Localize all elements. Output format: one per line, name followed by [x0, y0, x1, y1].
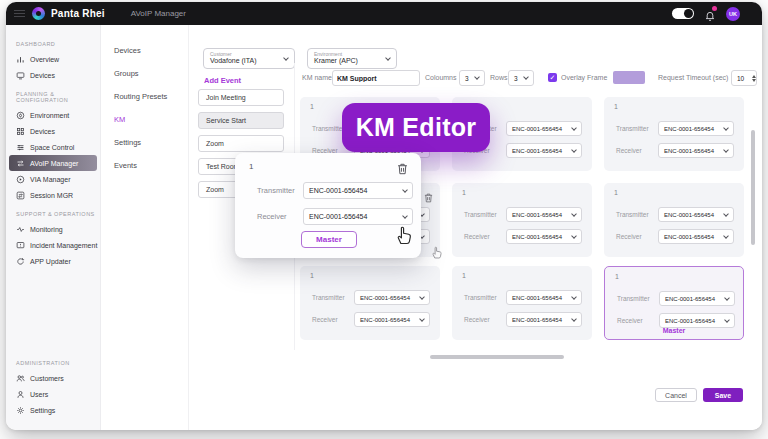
environment-select[interactable]: Environment Kramer (APC) — [307, 48, 397, 69]
rows-label: Rows — [490, 74, 508, 81]
receiver-value: ENC-0001-656454 — [664, 148, 714, 154]
menu-icon[interactable] — [14, 10, 25, 17]
receiver-select[interactable]: ENC-0001-656454 — [303, 208, 413, 225]
sidebar-item-devices-dashboard[interactable]: Devices — [6, 67, 100, 83]
event-button-join-meeting[interactable]: Join Meeting — [198, 89, 284, 106]
submenu-item-routing-presets[interactable]: Routing Presets — [102, 85, 188, 108]
sidebar-item-via-manager[interactable]: VIA Manager — [6, 171, 100, 187]
sidebar-item-label: Session MGR — [30, 192, 73, 199]
km-grid-cell-7: 1 Transmitter ENC-0001-656454 Receiver E… — [300, 266, 440, 340]
receiver-select[interactable]: ENC-0001-656454 — [354, 312, 430, 327]
receiver-select[interactable]: ENC-0001-656454 — [659, 313, 735, 328]
notification-dot — [712, 6, 717, 11]
transmitter-select[interactable]: ENC-0001-656454 — [303, 182, 413, 199]
master-button[interactable]: Master — [301, 231, 357, 248]
overlay-color-swatch[interactable] — [613, 71, 645, 84]
transmitter-value: ENC-0001-656454 — [512, 212, 562, 218]
transmitter-select[interactable]: ENC-0001-656454 — [658, 207, 734, 222]
theme-toggle[interactable] — [672, 8, 694, 19]
transmitter-value: ENC-0001-656454 — [512, 295, 562, 301]
transmitter-select[interactable]: ENC-0001-656454 — [506, 121, 582, 136]
user-avatar[interactable]: UK — [726, 7, 740, 21]
event-button-service-start[interactable]: Service Start — [198, 112, 284, 129]
environment-select-value: Kramer (APC) — [314, 57, 358, 66]
delete-cell-icon[interactable] — [397, 161, 408, 179]
master-badge[interactable]: Master — [605, 327, 743, 334]
transmitter-value: ENC-0001-656454 — [360, 295, 410, 301]
columns-value: 3 — [465, 75, 469, 82]
submenu-item-km[interactable]: KM — [102, 108, 188, 131]
section-header-dashboard: DASHBOARD — [16, 41, 100, 47]
gear-icon — [16, 406, 25, 415]
receiver-value: ENC-0001-656454 — [512, 317, 562, 323]
sidebar-item-avoip-manager[interactable]: AVoIP Manager — [9, 155, 97, 171]
delete-cell-icon[interactable] — [424, 189, 433, 207]
sidebar-item-label: Monitoring — [30, 226, 63, 233]
chevron-down-icon — [402, 187, 408, 193]
cursor-pointer-icon — [430, 245, 443, 263]
km-grid-cell-3: 1 Transmitter ENC-0001-656454 Receiver E… — [604, 97, 744, 171]
sidebar-item-monitoring[interactable]: Monitoring — [6, 221, 100, 237]
cell-number: 1 — [462, 272, 466, 279]
customer-select[interactable]: Customer Vodafone (ITA) — [203, 48, 295, 69]
submenu-item-groups[interactable]: Groups — [102, 62, 188, 85]
transmitter-label: Transmitter — [257, 186, 303, 195]
request-timeout-stepper[interactable]: 10 — [731, 70, 757, 86]
notifications-bell-icon[interactable] — [704, 8, 716, 20]
event-button-zoom-1[interactable]: Zoom — [198, 135, 284, 152]
km-editor-banner: KM Editor — [342, 103, 490, 152]
save-button[interactable]: Save — [703, 388, 743, 402]
sidebar-item-users[interactable]: Users — [6, 386, 100, 402]
transmitter-select[interactable]: ENC-0001-656454 — [354, 290, 430, 305]
alert-screen-icon — [16, 241, 25, 250]
rows-select[interactable]: 3 — [508, 70, 534, 86]
transmitter-select[interactable]: ENC-0001-656454 — [659, 291, 735, 306]
primary-sidebar: DASHBOARD Overview Devices PLANNING & CO… — [6, 25, 101, 430]
submenu-item-events[interactable]: Events — [102, 154, 188, 177]
receiver-label: Receiver — [464, 233, 506, 240]
horizontal-scrollbar[interactable] — [430, 355, 564, 359]
receiver-select[interactable]: ENC-0001-656454 — [506, 312, 582, 327]
stepper-arrows-icon[interactable] — [752, 75, 756, 82]
bar-chart-icon — [16, 55, 25, 64]
sidebar-item-app-updater[interactable]: APP Updater — [6, 253, 100, 269]
columns-select[interactable]: 3 — [459, 70, 485, 86]
receiver-select[interactable]: ENC-0001-656454 — [658, 143, 734, 158]
cursor-pointer-icon — [394, 224, 413, 249]
cancel-button[interactable]: Cancel — [655, 388, 697, 402]
sidebar-item-settings[interactable]: Settings — [6, 402, 100, 418]
submenu-item-devices[interactable]: Devices — [102, 39, 188, 62]
receiver-select[interactable]: ENC-0001-656454 — [506, 143, 582, 158]
sidebar-item-devices-planning[interactable]: Devices — [6, 123, 100, 139]
add-event-link[interactable]: Add Event — [204, 76, 241, 85]
transmitter-select[interactable]: ENC-0001-656454 — [506, 207, 582, 222]
vertical-scrollbar[interactable] — [751, 130, 755, 245]
customer-select-value: Vodafone (ITA) — [210, 57, 257, 66]
transmitter-select[interactable]: ENC-0001-656454 — [506, 290, 582, 305]
sidebar-item-overview[interactable]: Overview — [6, 51, 100, 67]
chevron-down-icon — [723, 233, 729, 239]
chevron-down-icon — [283, 55, 289, 61]
receiver-select[interactable]: ENC-0001-656454 — [506, 229, 582, 244]
compass-icon — [16, 111, 25, 120]
chevron-down-icon — [723, 211, 729, 217]
chevron-down-icon — [571, 125, 577, 131]
transmitter-select[interactable]: ENC-0001-656454 — [658, 121, 734, 136]
sidebar-item-session-mgr[interactable]: Session MGR — [6, 187, 100, 203]
app-title: AVoIP Manager — [131, 9, 186, 18]
sidebar-item-incident-management[interactable]: Incident Management — [6, 237, 100, 253]
receiver-select[interactable]: ENC-0001-656454 — [658, 229, 734, 244]
request-timeout-label: Request Timeout (sec) — [658, 74, 728, 81]
sidebar-item-space-control[interactable]: Space Control — [6, 139, 100, 155]
pulse-icon — [16, 225, 25, 234]
secondary-sidebar: Devices Groups Routing Presets KM Settin… — [102, 25, 189, 430]
sidebar-item-customers[interactable]: Customers — [6, 370, 100, 386]
receiver-label: Receiver — [616, 147, 658, 154]
sidebar-item-environment[interactable]: Environment — [6, 107, 100, 123]
receiver-value: ENC-0001-656454 — [512, 234, 562, 240]
overlay-frame-checkbox[interactable]: ✓ — [548, 73, 557, 82]
km-name-input[interactable] — [332, 70, 420, 86]
monitor-icon — [16, 71, 25, 80]
submenu-item-settings[interactable]: Settings — [102, 131, 188, 154]
topbar: Panta Rhei AVoIP Manager UK — [6, 2, 762, 25]
